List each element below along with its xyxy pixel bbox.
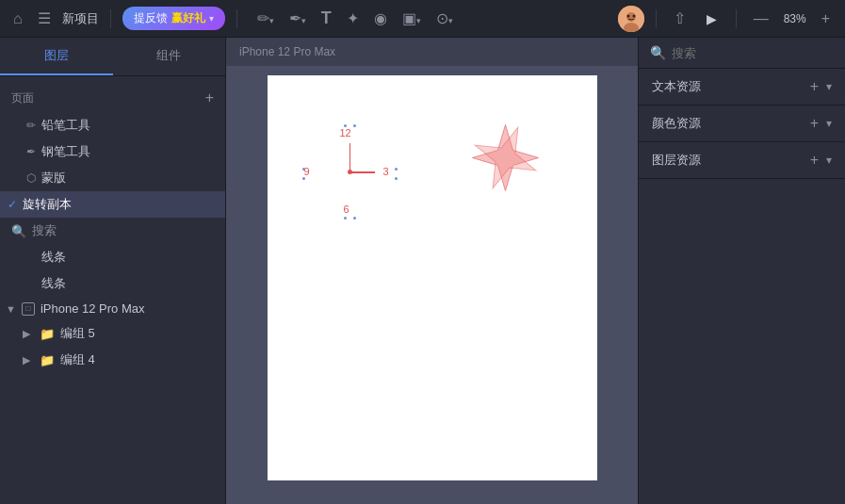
home-icon[interactable]: ⌂: [9, 7, 26, 31]
left-sidebar: 图层 组件 页面 + ✏ 铅笔工具 ✒ 钢笔工具 ⬡ 蒙版: [0, 38, 226, 504]
layer-search-row[interactable]: 🔍 搜索: [0, 218, 225, 244]
artboard[interactable]: 12 3 6 9: [268, 75, 597, 480]
color-resource-section: 颜色资源 + ▾: [639, 106, 845, 142]
feedback-button[interactable]: 提反馈 赢好礼 ▾: [122, 7, 225, 30]
canvas-label: iPhone 12 Pro Max: [226, 38, 638, 66]
layer-name-mask: 蒙版: [41, 170, 66, 187]
list-item[interactable]: ⬡ 蒙版: [0, 165, 225, 191]
feedback-label: 提反馈: [134, 10, 168, 26]
mask-layer-icon: ⬡: [26, 171, 36, 185]
color-resource-header[interactable]: 颜色资源 + ▾: [639, 106, 845, 141]
avatar-image: [618, 6, 644, 32]
feedback-arrow-icon: ▾: [209, 13, 214, 24]
clock-dot-1: [344, 124, 347, 127]
right-panel: 🔍 文本资源 + ▾ 颜色资源 + ▾: [638, 38, 845, 504]
text-resource-expand-icon[interactable]: ▾: [826, 80, 832, 93]
list-item[interactable]: ▶ 📁 编组 4: [0, 347, 225, 373]
tab-components[interactable]: 组件: [113, 38, 226, 75]
layer-name-line1: 线条: [41, 249, 66, 266]
topbar: ⌂ ☰ 新项目 提反馈 赢好礼 ▾ ✏▾ ✒▾ T ✦ ◉ ▣▾ ⊙▾ ⇧ ▶: [0, 0, 845, 38]
clock-dot-8: [302, 177, 305, 180]
list-item[interactable]: 线条: [0, 270, 225, 297]
layer-name-group5: 编组 5: [60, 325, 95, 342]
toolbar-tools: ✏▾ ✒▾ T ✦ ◉ ▣▾ ⊙▾: [252, 6, 458, 31]
topbar-right: ⇧ ▶ — 83% +: [618, 6, 836, 32]
clock-dot-5: [344, 217, 347, 219]
text-resource-actions: + ▾: [810, 78, 832, 95]
layer-search-label: 搜索: [32, 222, 57, 239]
fill-tool-btn[interactable]: ◉: [369, 7, 392, 30]
layer-name-rotate: 旋转副本: [23, 196, 72, 213]
layer-name-group4: 编组 4: [60, 351, 95, 368]
layer-resource-header[interactable]: 图层资源 + ▾: [639, 142, 845, 178]
color-resource-actions: + ▾: [810, 115, 832, 132]
clock-6: 6: [344, 203, 349, 215]
list-item[interactable]: ✒ 钢笔工具: [0, 138, 225, 165]
avatar[interactable]: [618, 6, 644, 32]
expand-icon: ▼: [6, 303, 16, 315]
canvas-frame[interactable]: 12 3 6 9: [226, 66, 638, 504]
right-search-input[interactable]: [672, 46, 834, 60]
project-title: 新项目: [62, 10, 99, 27]
list-item[interactable]: 线条: [0, 244, 225, 270]
zoom-level[interactable]: 83%: [778, 12, 812, 25]
layer-name-iphone: iPhone 12 Pro Max: [41, 301, 145, 316]
zoom-minus-btn[interactable]: —: [748, 8, 774, 29]
color-resource-expand-icon[interactable]: ▾: [826, 117, 832, 130]
sidebar-content: 页面 + ✏ 铅笔工具 ✒ 钢笔工具 ⬡ 蒙版 ✓ 旋转副本: [0, 76, 225, 504]
checkmark-icon: ✓: [8, 198, 17, 211]
layer-resource-expand-icon[interactable]: ▾: [826, 154, 832, 167]
layer-item-rotate[interactable]: ✓ 旋转副本: [0, 191, 225, 218]
sidebar-tabs: 图层 组件: [0, 38, 225, 76]
menu-icon[interactable]: ☰: [34, 6, 55, 31]
group5-expand-icon: ▶: [23, 328, 30, 340]
folder4-icon: 📁: [40, 353, 55, 367]
settings-tool-btn[interactable]: ⊙▾: [431, 7, 458, 30]
add-page-btn[interactable]: +: [205, 89, 214, 106]
color-resource-title: 颜色资源: [652, 115, 701, 132]
color-resource-add-btn[interactable]: +: [810, 115, 819, 132]
layer-name-pen: 钢笔工具: [41, 143, 90, 160]
list-item[interactable]: ▶ 📁 编组 5: [0, 320, 225, 347]
layer-resource-add-btn[interactable]: +: [810, 152, 819, 169]
share-icon[interactable]: ⇧: [668, 6, 691, 31]
main-area: 图层 组件 页面 + ✏ 铅笔工具 ✒ 钢笔工具 ⬡ 蒙版: [0, 38, 845, 504]
clock-3: 3: [383, 166, 389, 177]
clock-dot-7: [302, 168, 305, 171]
play-icon[interactable]: ▶: [699, 8, 724, 30]
group4-expand-icon: ▶: [23, 354, 30, 366]
star-shape-container: [465, 118, 545, 198]
tab-layers[interactable]: 图层: [0, 38, 113, 75]
text-tool-btn[interactable]: T: [317, 6, 336, 31]
text-resource-section: 文本资源 + ▾: [639, 69, 845, 106]
layer-resource-title: 图层资源: [652, 152, 701, 169]
divider-3: [656, 9, 657, 28]
right-search-icon: 🔍: [650, 45, 666, 60]
text-resource-header[interactable]: 文本资源 + ▾: [639, 69, 845, 105]
svg-point-3: [626, 14, 629, 17]
pen-layer-icon: ✒: [26, 145, 36, 158]
page-section-title: 页面: [11, 90, 34, 106]
pencil-tool-btn[interactable]: ✏▾: [252, 7, 279, 30]
layer-name-line2: 线条: [41, 275, 66, 292]
clock-minute-hand: [351, 171, 375, 173]
divider-1: [110, 9, 111, 28]
right-search-bar: 🔍: [639, 38, 845, 69]
canvas-area: iPhone 12 Pro Max 12 3 6 9: [226, 38, 638, 504]
list-item[interactable]: ✏ 铅笔工具: [0, 112, 225, 138]
clock-hour-hand: [349, 143, 351, 171]
device-frame-icon: □: [22, 302, 35, 316]
feedback-sub: 赢好礼: [171, 10, 205, 26]
pencil-layer-icon: ✏: [26, 119, 36, 132]
star-svg: [465, 118, 545, 198]
shape-tool-btn[interactable]: ✦: [342, 7, 364, 30]
text-resource-title: 文本资源: [652, 78, 701, 95]
clock-dot-4: [395, 177, 398, 180]
clock-container: 12 3 6 9: [301, 122, 404, 226]
pen-tool-btn[interactable]: ✒▾: [284, 7, 311, 30]
text-resource-add-btn[interactable]: +: [810, 78, 819, 95]
image-tool-btn[interactable]: ▣▾: [398, 7, 426, 30]
zoom-controls: — 83% +: [748, 8, 836, 29]
layer-item-iphone[interactable]: ▼ □ iPhone 12 Pro Max: [0, 297, 225, 320]
zoom-plus-btn[interactable]: +: [816, 8, 836, 29]
